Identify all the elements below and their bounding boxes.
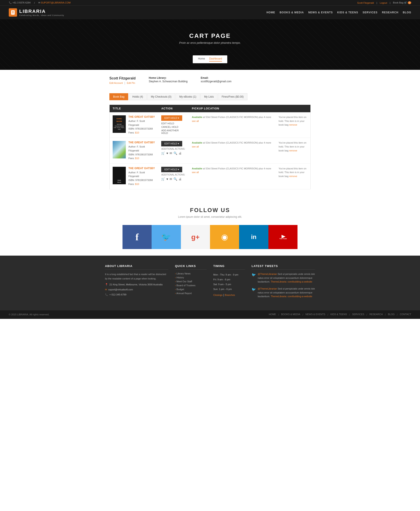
tab-ebooks[interactable]: My eBooks (1) [176,93,200,100]
print-icon-2[interactable]: 🖨 [179,152,181,155]
tweet-user-2[interactable]: @ThemeLibrarian [258,287,277,290]
location-icon: 📍 [105,283,108,286]
edit-account-link[interactable]: Edit Account [109,82,123,84]
link-meet-staff[interactable]: Meet Our Staff [177,280,192,283]
breadcrumb: Home / Dashboard [193,55,227,63]
heart-icon-2[interactable]: ♥ [166,152,168,155]
book-title-3[interactable]: THE GREAT GATSBY [128,167,155,170]
remove-link-2[interactable]: remove [289,149,297,152]
right-note-1: You've placed this item on hold. This it… [279,115,308,127]
footer-nav-contact[interactable]: CONTACT [400,313,411,316]
footer-bottom: © 2015 LIBRARIA. All rights reserved. HO… [0,310,420,319]
cart-icon-3[interactable]: 🛒 [161,177,165,181]
tab-lists[interactable]: My Lists [200,93,218,100]
edit-hold-btn-2[interactable]: EDIT HOLD ▾ [161,141,182,146]
timing-rows: Mon - Thu: 9 am - 9 pm Fri: 9 am - 6 pm … [213,272,245,291]
email-icon-2[interactable]: ✉ [170,152,172,155]
link-budget[interactable]: Budget [177,288,184,291]
book-icon [10,10,15,15]
nav-news[interactable]: NEWS & EVENTS [308,11,333,14]
tweet-user-1[interactable]: @ThemeLibrarian [258,273,277,275]
logo: LIBRARIA Celebrating Words, Ideas and Co… [9,8,64,17]
social-linkedin[interactable]: in [239,225,268,249]
logout-link[interactable]: Logout [380,1,387,4]
facebook-icon: f [135,232,139,243]
edit-hold-link-1[interactable]: EDIT HOLD [161,122,186,125]
add-hold-link-1[interactable]: ADD ANOTHER HOLD [161,129,186,134]
tab-fines[interactable]: Fines/Fees ($0.00) [218,93,248,100]
logo-text: LIBRARIA Celebrating Words, Ideas and Co… [19,8,64,16]
see-all-link-2[interactable]: see all [192,145,199,148]
search-icon-2[interactable]: 🔍 [173,152,177,155]
edit-hold-btn-1[interactable]: EDIT HOLD ▾ [161,115,182,121]
footer-phone-row: 📞 + 012-345-6789 [105,293,168,296]
book-cover-1: SONIC BOOM BRAND TRANSFORMS THE TECH, FE… [113,115,126,133]
link-history[interactable]: History [177,276,184,279]
social-googleplus[interactable]: g+ [181,225,210,249]
closings-link[interactable]: Closings [213,294,223,296]
social-rss[interactable]: ◉ [210,225,239,249]
top-bar-right: Scott Fitzgerald | Logout | Book Bag 🛒 0 [357,1,411,4]
heart-icon-3[interactable]: ♥ [166,177,168,181]
nav-blog[interactable]: BLOG [403,11,411,14]
book-title-1[interactable]: THE GREAT GATSBY [128,115,155,118]
print-icon-3[interactable]: 🖨 [179,177,181,181]
footer-nav-news[interactable]: NEWS & EVENTS [305,313,325,316]
cancel-hold-link-1[interactable]: CANCEL HOLD [161,126,186,128]
footer-nav-research[interactable]: RESEARCH [369,313,383,316]
link-board[interactable]: Board of Trustees [177,284,195,287]
copyright: © 2015 LIBRARIA. All rights reserved. [9,313,49,316]
email-icon-3[interactable]: ✉ [170,177,172,181]
hero-subtitle: Proin ac eros pellentesque dolor pharetr… [9,41,411,45]
col-action: ACTION [158,105,189,113]
edit-hold-btn-3[interactable]: EDIT HOLD ▾ [161,167,182,172]
footer-nav-blog[interactable]: BLOG [388,313,395,316]
remove-link-3[interactable]: remove [289,175,297,177]
branches-link[interactable]: Branches [225,294,235,296]
email-link[interactable]: SUPORT@LIBRARIA.COM [41,1,71,4]
footer-tweets: LATEST TWEETS 🐦 @ThemeLibrarian Sed ut p… [252,264,315,302]
social-row: f 🐦 g+ ◉ in YouTube [122,225,298,249]
cart-icon-2[interactable]: 🛒 [161,152,165,155]
see-all-link-3[interactable]: see all [192,171,199,174]
book-meta-2: Author: F. Scott Fitzgerald ISBN: 978158… [128,145,155,160]
tweet-link-1[interactable]: ThemeLibraria: com/building-a-website [271,280,312,283]
link-annual-report[interactable]: Annual Report [176,292,192,295]
table-row: SONIC BOOM BRAND TRANSFORMS THE TECH, FE… [110,112,311,138]
see-all-link-1[interactable]: see all [192,120,199,122]
book-info-1: THE GREAT GATSBY Author: F. Scott Fitzge… [128,115,155,135]
nav-books[interactable]: BOOKS & MEDIA [280,11,304,14]
timing-links: Closings | Branches [213,293,245,297]
book-title-2[interactable]: THE GREAT GATSBY [128,141,155,144]
tab-bookbag[interactable]: Book Bag [109,93,128,100]
email-block: Email: scottfitzgerald@gmail.com [201,76,232,84]
social-youtube[interactable]: YouTube [268,225,298,249]
nav-home[interactable]: HOME [266,11,275,14]
phone-icon: 📞 [105,293,108,296]
tweet-link-2[interactable]: ThemeLibraria: com/building-a-website [271,295,312,298]
breadcrumb-home[interactable]: Home [198,57,205,61]
tab-checkouts[interactable]: My Checkouts (0) [147,93,175,100]
main-content: Scott Fitzgerald Edit Account | Edit Pin… [105,70,315,196]
bookbag-link[interactable]: Book Bag 🛒 0 [393,1,411,4]
footer-about-text: It is a long established fact that a rea… [105,272,168,281]
social-facebook[interactable]: f [122,225,152,249]
tab-holds[interactable]: Holds (4) [129,93,147,100]
user-block: Scott Fitzgerald Edit Account | Edit Pin [109,76,136,84]
email-label: Email: [201,76,232,79]
edit-pin-link[interactable]: Edit Pin [127,82,135,84]
footer-nav-kids[interactable]: KIDS & TEENS [330,313,347,316]
social-twitter[interactable]: 🐦 [152,225,181,249]
title-cell-3: ISSIN PIECE THE GREAT GATSBY Author: F. … [113,167,155,186]
link-library-news[interactable]: Library News [177,272,191,275]
nav-kids[interactable]: KIDS & TEENS [337,11,358,14]
nav-research[interactable]: RESEARCH [382,11,398,14]
footer-nav-books[interactable]: BOOKS & MEDIA [281,313,300,316]
footer-nav-services[interactable]: SERVICES [352,313,364,316]
user-link[interactable]: Scott Fitzgerald [357,1,374,4]
footer-nav-home[interactable]: HOME [269,313,276,316]
search-icon-3[interactable]: 🔍 [173,177,177,181]
pickup-text-2: Available at 53rd Street Fiction (CLASSI… [192,141,273,149]
remove-link-1[interactable]: remove [289,123,297,126]
nav-services[interactable]: SERVICES [363,11,378,14]
